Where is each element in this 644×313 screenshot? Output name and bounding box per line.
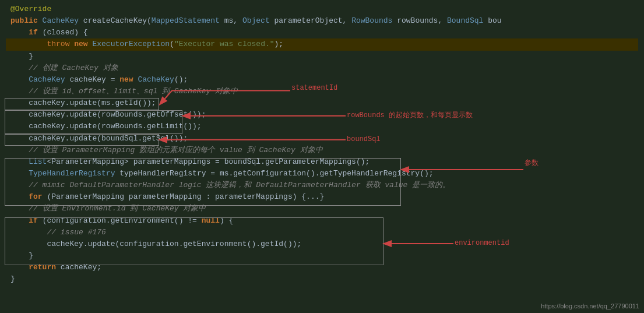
code-line: } (6, 250, 638, 262)
code-line: cacheKey.update(rowBounds.getLimit()); (6, 121, 638, 132)
code-line: if (closed) { (6, 27, 638, 38)
code-line: CacheKey cacheKey = new CacheKey(); (6, 74, 638, 86)
code-line: cacheKey.update(configuration.getEnviron… (6, 238, 638, 250)
code-line: // 设置 ParameterMapping 数组的元素对应的每个 value … (6, 145, 638, 156)
code-line: cacheKey.update(rowBounds.getOffset()); (6, 109, 638, 121)
code-line: public CacheKey createCacheKey(MappedSta… (6, 15, 638, 27)
code-line: for (ParameterMapping parameterMapping :… (6, 191, 638, 203)
code-line: if (configuration.getEnvironment() != nu… (6, 215, 638, 227)
code-line: return cacheKey; (6, 262, 638, 273)
code-line: @Override (6, 3, 638, 15)
url-text: https://blog.csdn.net/qq_27790011 (541, 303, 639, 310)
code-line: // 创建 CacheKey 对象 (6, 62, 638, 74)
code-line: TypeHandlerRegistry typeHandlerRegistry … (6, 168, 638, 180)
code-line: } (6, 51, 638, 62)
code-line: // 设置 id、offset、limit、sql 到 CacheKey 对象中 (6, 86, 638, 97)
code-line: // 设置 Environment.id 到 CacheKey 对象中 (6, 203, 638, 214)
code-line: // mimic DefaultParameterHandler logic 这… (6, 180, 638, 191)
code-line: // issue #176 (6, 227, 638, 238)
code-block: @Overridepublic CacheKey createCacheKey(… (0, 3, 644, 285)
code-line: throw new ExecutorException("Executor wa… (6, 38, 638, 50)
code-container: @Overridepublic CacheKey createCacheKey(… (0, 0, 644, 313)
code-line: } (6, 273, 638, 285)
code-line: cacheKey.update(boundSql.getSql()); (6, 133, 638, 145)
code-line: List<ParameterMapping> parameterMappings… (6, 156, 638, 168)
code-line: cacheKey.update(ms.getId()); (6, 97, 638, 109)
